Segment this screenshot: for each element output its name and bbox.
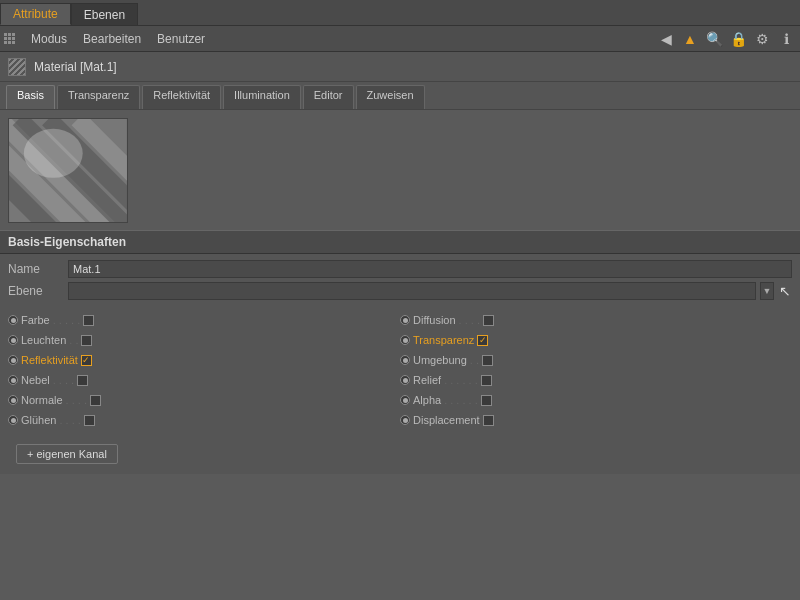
label-umgebung: Umgebung: [413, 354, 467, 366]
radio-reflektivitaet[interactable]: [8, 355, 18, 365]
label-relief: Relief: [413, 374, 441, 386]
radio-farbe[interactable]: [8, 315, 18, 325]
check-transparenz[interactable]: ✓: [477, 335, 488, 346]
material-preview-icon: [8, 58, 26, 76]
material-preview-canvas: [8, 118, 128, 223]
search-icon[interactable]: 🔍: [704, 29, 724, 49]
label-leuchten: Leuchten: [21, 334, 66, 346]
label-diffusion: Diffusion: [413, 314, 456, 326]
check-leuchten[interactable]: [81, 335, 92, 346]
label-transparenz: Transparenz: [413, 334, 474, 346]
label-normale: Normale: [21, 394, 63, 406]
check-nebel[interactable]: [77, 375, 88, 386]
channel-reflektivitaet: Reflektivität ✓: [8, 350, 400, 370]
info-icon[interactable]: ℹ: [776, 29, 796, 49]
radio-displacement[interactable]: [400, 415, 410, 425]
ebene-cursor-icon[interactable]: ↖: [778, 282, 792, 300]
ebene-input[interactable]: [68, 282, 756, 300]
arrow-left-icon[interactable]: ◀: [656, 29, 676, 49]
ebene-arrow-btn[interactable]: ▼: [760, 282, 774, 300]
channel-diffusion: Diffusion . . . .: [400, 310, 792, 330]
check-normale[interactable]: [90, 395, 101, 406]
arrow-right-icon[interactable]: ▲: [680, 29, 700, 49]
svg-point-7: [24, 129, 83, 178]
tab-reflektivitaet[interactable]: Reflektivität: [142, 85, 221, 109]
check-displacement[interactable]: [483, 415, 494, 426]
channel-alpha: Alpha . . . . . .: [400, 390, 792, 410]
channel-leuchten: Leuchten . .: [8, 330, 400, 350]
dots-gluehen: . . . .: [59, 414, 80, 426]
menu-bearbeiten[interactable]: Bearbeiten: [75, 30, 149, 48]
radio-relief[interactable]: [400, 375, 410, 385]
label-nebel: Nebel: [21, 374, 50, 386]
tab-basis[interactable]: Basis: [6, 85, 55, 109]
channel-transparenz: Transparenz ✓: [400, 330, 792, 350]
radio-normale[interactable]: [8, 395, 18, 405]
check-gluehen[interactable]: [84, 415, 95, 426]
check-reflektivitaet[interactable]: ✓: [81, 355, 92, 366]
dots-farbe: . . . . .: [53, 314, 81, 326]
ebene-input-row: ▼ ↖: [68, 282, 792, 300]
check-farbe[interactable]: [83, 315, 94, 326]
bottom-empty-area: [0, 474, 800, 504]
tab-illumination[interactable]: Illumination: [223, 85, 301, 109]
name-label: Name: [8, 262, 68, 276]
dots-umgebung: . .: [470, 354, 479, 366]
channel-umgebung: Umgebung . .: [400, 350, 792, 370]
dots-nebel: . . . .: [53, 374, 74, 386]
label-reflektivitaet: Reflektivität: [21, 354, 78, 366]
section-header-basis: Basis-Eigenschaften: [0, 230, 800, 254]
tab-transparenz[interactable]: Transparenz: [57, 85, 140, 109]
dots-normale: . . . .: [66, 394, 87, 406]
check-diffusion[interactable]: [483, 315, 494, 326]
channel-relief: Relief . . . . . .: [400, 370, 792, 390]
sub-tab-bar: Basis Transparenz Reflektivität Illumina…: [0, 82, 800, 110]
ebene-row: Ebene ▼ ↖: [0, 280, 800, 302]
dots-leuchten: . .: [69, 334, 78, 346]
tab-editor[interactable]: Editor: [303, 85, 354, 109]
channel-farbe: Farbe . . . . .: [8, 310, 400, 330]
name-input[interactable]: [68, 260, 792, 278]
add-channel-button[interactable]: + eigenen Kanal: [16, 444, 118, 464]
material-header: Material [Mat.1]: [0, 52, 800, 82]
preview-area: [0, 110, 800, 230]
channel-displacement: Displacement: [400, 410, 792, 430]
label-displacement: Displacement: [413, 414, 480, 426]
settings-icon[interactable]: ⚙: [752, 29, 772, 49]
dots-diffusion: . . . .: [459, 314, 480, 326]
radio-transparenz[interactable]: [400, 335, 410, 345]
lock-icon[interactable]: 🔒: [728, 29, 748, 49]
channel-nebel: Nebel . . . .: [8, 370, 400, 390]
radio-alpha[interactable]: [400, 395, 410, 405]
channels-grid: Farbe . . . . . Diffusion . . . . Leucht…: [0, 306, 800, 434]
menubar-right-icons: ◀ ▲ 🔍 🔒 ⚙ ℹ: [656, 29, 796, 49]
check-alpha[interactable]: [481, 395, 492, 406]
material-title: Material [Mat.1]: [34, 60, 117, 74]
radio-nebel[interactable]: [8, 375, 18, 385]
tab-attribute[interactable]: Attribute: [0, 3, 71, 25]
menu-benutzer[interactable]: Benutzer: [149, 30, 213, 48]
label-farbe: Farbe: [21, 314, 50, 326]
channel-normale: Normale . . . .: [8, 390, 400, 410]
label-gluehen: Glühen: [21, 414, 56, 426]
channel-gluehen: Glühen . . . .: [8, 410, 400, 430]
radio-gluehen[interactable]: [8, 415, 18, 425]
radio-diffusion[interactable]: [400, 315, 410, 325]
properties-panel: Name Ebene ▼ ↖: [0, 254, 800, 306]
menubar: Modus Bearbeiten Benutzer ◀ ▲ 🔍 🔒 ⚙ ℹ: [0, 26, 800, 52]
dots-relief: . . . . . .: [444, 374, 478, 386]
check-relief[interactable]: [481, 375, 492, 386]
tab-zuweisen[interactable]: Zuweisen: [356, 85, 425, 109]
ebene-label: Ebene: [8, 284, 68, 298]
radio-leuchten[interactable]: [8, 335, 18, 345]
menu-modus[interactable]: Modus: [23, 30, 75, 48]
label-alpha: Alpha: [413, 394, 441, 406]
check-umgebung[interactable]: [482, 355, 493, 366]
dots-alpha: . . . . . .: [444, 394, 478, 406]
top-tab-bar: Attribute Ebenen: [0, 0, 800, 26]
radio-umgebung[interactable]: [400, 355, 410, 365]
tab-ebenen[interactable]: Ebenen: [71, 3, 138, 25]
name-row: Name: [0, 258, 800, 280]
grid-icon: [4, 33, 15, 44]
